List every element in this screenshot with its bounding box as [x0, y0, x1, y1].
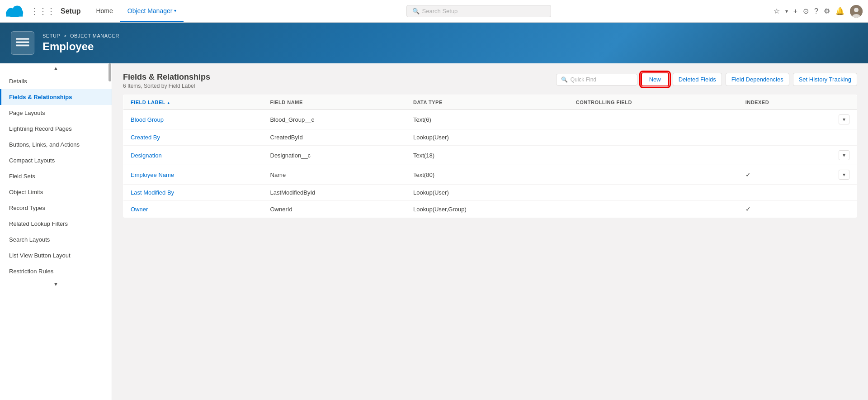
app-launcher-icon[interactable]: ⋮⋮⋮: [31, 6, 55, 16]
deleted-fields-button[interactable]: Deleted Fields: [673, 73, 722, 86]
col-indexed: INDEXED: [738, 95, 830, 110]
sidebar-scrollbar[interactable]: [108, 63, 111, 81]
salesforce-logo[interactable]: [5, 5, 24, 18]
field-label-link[interactable]: Created By: [131, 134, 160, 141]
dropdown-icon[interactable]: ▾: [785, 8, 788, 14]
field-label-cell: Created By: [123, 129, 263, 146]
sidebar-item-page-layouts[interactable]: Page Layouts: [0, 105, 112, 121]
indexed-cell: ✓: [738, 201, 830, 218]
sidebar-item-buttons-links-actions[interactable]: Buttons, Links, and Actions: [0, 137, 112, 152]
col-data-type: DATA TYPE: [406, 95, 569, 110]
field-name-cell: OwnerId: [263, 201, 406, 218]
row-action-cell: [830, 201, 857, 218]
scroll-down-icon[interactable]: ▼: [0, 279, 112, 289]
field-name-cell: Designation__c: [263, 146, 406, 165]
sidebar-item-fields-relationships[interactable]: Fields & Relationships: [0, 89, 112, 105]
bell-icon[interactable]: 🔔: [835, 7, 844, 15]
help-icon[interactable]: ?: [814, 7, 818, 15]
set-history-tracking-button[interactable]: Set History Tracking: [793, 73, 857, 86]
indexed-cell: [738, 129, 830, 146]
sidebar-item-object-limits[interactable]: Object Limits: [0, 184, 112, 200]
row-action-button[interactable]: ▾: [839, 170, 849, 180]
sidebar-item-field-sets[interactable]: Field Sets: [0, 168, 112, 184]
search-input[interactable]: [422, 8, 545, 14]
quick-find-container: 🔍: [556, 74, 637, 86]
table-title-section: Fields & Relationships 6 Items, Sorted b…: [123, 72, 210, 89]
sidebar-item-details[interactable]: Details: [0, 73, 112, 89]
sidebar-item-record-types[interactable]: Record Types: [0, 200, 112, 216]
table-area: Fields & Relationships 6 Items, Sorted b…: [112, 63, 868, 400]
svg-rect-4: [6, 13, 23, 16]
location-icon[interactable]: ⊙: [803, 7, 809, 15]
quick-find-input[interactable]: [571, 76, 632, 83]
nav-tab-home[interactable]: Home: [89, 0, 120, 22]
star-icon[interactable]: ☆: [774, 7, 780, 15]
field-label-cell: Employee Name: [123, 165, 263, 185]
avatar[interactable]: [850, 5, 863, 18]
sidebar-item-lightning-record-pages[interactable]: Lightning Record Pages: [0, 121, 112, 137]
fields-table: FIELD LABEL FIELD NAME DATA TYPE CONTROL…: [123, 95, 857, 218]
field-label-link[interactable]: Employee Name: [131, 171, 174, 178]
sidebar-item-restriction-rules[interactable]: Restriction Rules: [0, 263, 112, 279]
svg-rect-9: [16, 41, 29, 43]
col-field-name: FIELD NAME: [263, 95, 406, 110]
field-label-link[interactable]: Owner: [131, 206, 148, 213]
table-actions: 🔍 New Deleted Fields Field Dependencies …: [556, 72, 857, 86]
field-name-cell: LastModifiedById: [263, 185, 406, 201]
sidebar-item-related-lookup-filters[interactable]: Related Lookup Filters: [0, 216, 112, 232]
breadcrumb: SETUP > OBJECT MANAGER: [42, 33, 119, 38]
table-subtitle: 6 Items, Sorted by Field Label: [123, 83, 210, 89]
nav-tab-object-manager[interactable]: Object Manager ▾: [120, 0, 184, 22]
table-row: Employee Name Name Text(80) ✓ ▾: [123, 165, 857, 185]
field-label-link[interactable]: Designation: [131, 152, 162, 159]
indexed-cell: [738, 110, 830, 129]
sidebar-item-compact-layouts[interactable]: Compact Layouts: [0, 152, 112, 168]
search-bar-container: 🔍: [188, 5, 769, 17]
controlling-field-cell: [569, 185, 738, 201]
indexed-checkmark: ✓: [745, 205, 751, 213]
svg-rect-8: [16, 38, 29, 40]
breadcrumb-setup[interactable]: SETUP: [42, 33, 60, 38]
search-icon: 🔍: [412, 8, 420, 14]
scroll-up-icon[interactable]: ▲: [0, 63, 112, 73]
controlling-field-cell: [569, 165, 738, 185]
sidebar-item-list-view-button-layout[interactable]: List View Button Layout: [0, 248, 112, 263]
indexed-cell: [738, 185, 830, 201]
top-nav-actions: ☆ ▾ + ⊙ ? ⚙ 🔔: [774, 5, 863, 18]
row-action-cell: ▾: [830, 110, 857, 129]
row-action-cell: [830, 185, 857, 201]
data-type-cell: Text(18): [406, 146, 569, 165]
gear-icon[interactable]: ⚙: [824, 7, 830, 15]
row-action-button[interactable]: ▾: [839, 150, 849, 160]
sidebar-item-search-layouts[interactable]: Search Layouts: [0, 232, 112, 248]
add-icon[interactable]: +: [793, 7, 797, 15]
table-row: Last Modified By LastModifiedById Lookup…: [123, 185, 857, 201]
col-actions: [830, 95, 857, 110]
row-action-cell: ▾: [830, 146, 857, 165]
sidebar: ▲ Details Fields & Relationships Page La…: [0, 63, 112, 400]
field-dependencies-button[interactable]: Field Dependencies: [726, 73, 789, 86]
indexed-cell: [738, 146, 830, 165]
nav-tabs: Home Object Manager ▾: [89, 0, 184, 22]
table-title: Fields & Relationships: [123, 72, 210, 82]
header-banner: SETUP > OBJECT MANAGER Employee: [0, 23, 868, 63]
col-field-label[interactable]: FIELD LABEL: [123, 95, 263, 110]
new-button[interactable]: New: [641, 72, 669, 86]
data-type-cell: Lookup(User): [406, 185, 569, 201]
field-label-link[interactable]: Blood Group: [131, 116, 164, 123]
top-navigation: ⋮⋮⋮ Setup Home Object Manager ▾ 🔍 ☆ ▾ + …: [0, 0, 868, 23]
indexed-checkmark: ✓: [745, 171, 751, 178]
field-label-link[interactable]: Last Modified By: [131, 189, 174, 196]
quick-find-icon: 🔍: [561, 76, 568, 83]
page-title: Employee: [42, 40, 119, 53]
chevron-down-icon: ▾: [174, 8, 176, 13]
row-action-button[interactable]: ▾: [839, 114, 849, 124]
svg-point-6: [854, 8, 859, 12]
field-name-cell: Name: [263, 165, 406, 185]
field-label-cell: Owner: [123, 201, 263, 218]
controlling-field-cell: [569, 110, 738, 129]
table-row: Blood Group Blood_Group__c Text(6) ▾: [123, 110, 857, 129]
data-type-cell: Lookup(User): [406, 129, 569, 146]
data-type-cell: Lookup(User,Group): [406, 201, 569, 218]
breadcrumb-object-manager[interactable]: OBJECT MANAGER: [70, 33, 119, 38]
